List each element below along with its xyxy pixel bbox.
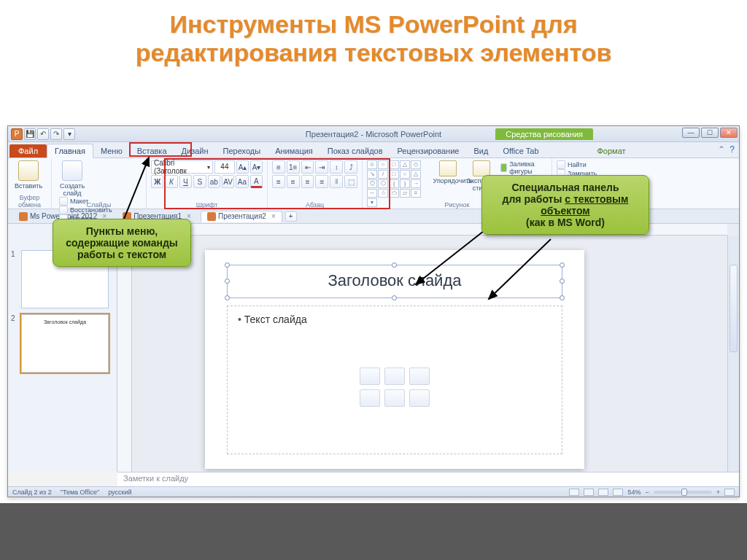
zoom-in-button[interactable]: + [716, 489, 720, 496]
slide-body-placeholder[interactable]: Текст слайда [227, 306, 562, 454]
group-label-font: Шрифт [147, 201, 267, 209]
contextual-tab-label: Средства рисования [495, 128, 593, 140]
insert-smartart-icon[interactable] [409, 368, 430, 385]
quick-access-toolbar: P 💾 ↶ ↷ ▾ [8, 128, 75, 140]
maximize-button[interactable]: ☐ [701, 128, 719, 138]
zoom-slider[interactable] [654, 491, 712, 494]
tab-review[interactable]: Рецензирование [390, 144, 467, 158]
line-spacing-button[interactable]: ↕ [330, 160, 343, 174]
insert-clipart-icon[interactable] [384, 389, 405, 407]
help-icon[interactable]: ? [729, 144, 735, 155]
close-button[interactable]: ✕ [720, 128, 738, 138]
grow-font-icon[interactable]: A▴ [236, 160, 249, 174]
tab-animation[interactable]: Анимация [268, 144, 320, 158]
numbering-button[interactable]: 1≡ [287, 160, 300, 174]
thumb-number: 1 [11, 250, 18, 308]
group-paragraph: ≡ 1≡ ⇤ ⇥ ↕ ⤴ ≡ ≡ ≡ ≡ ⫴ ⬚ Абзац [268, 158, 363, 209]
italic-button[interactable]: К [165, 175, 177, 188]
insert-picture-icon[interactable] [360, 389, 380, 407]
strike-button[interactable]: S [193, 175, 206, 188]
shrink-font-icon[interactable]: A▾ [250, 160, 263, 174]
new-slide-button[interactable]: Создать слайд [56, 160, 88, 197]
bullet-text[interactable]: Текст слайда [238, 314, 551, 325]
sorter-view-button[interactable] [584, 489, 594, 496]
shape-fill-button[interactable]: Заливка фигуры [500, 160, 547, 175]
tab-home[interactable]: Главная [47, 144, 93, 158]
font-size-combo[interactable]: 44 [214, 160, 235, 174]
group-label-paragraph: Абзац [268, 201, 362, 209]
insert-chart-icon[interactable] [384, 368, 405, 385]
app-icon[interactable]: P [11, 128, 23, 140]
tab-design[interactable]: Дизайн [174, 144, 216, 158]
group-label-clipboard: Буфер обмена [8, 194, 51, 209]
svg-line-2 [489, 239, 551, 299]
align-center-button[interactable]: ≡ [287, 175, 300, 188]
callout-right: Специальная панель для работы с текстовы… [481, 175, 649, 235]
text-direction-button[interactable]: ⤴ [344, 160, 357, 174]
save-icon[interactable]: 💾 [24, 128, 36, 140]
align-right-button[interactable]: ≡ [301, 175, 314, 188]
spacing-button[interactable]: AV [222, 175, 234, 188]
minimize-ribbon-icon[interactable]: ⌃ [718, 144, 725, 155]
file-tab[interactable]: Файл [9, 144, 47, 158]
content-placeholder-icons[interactable] [360, 368, 430, 407]
doctab-3[interactable]: Презентация2× [201, 211, 282, 222]
convert-smartart-button[interactable]: ⬚ [344, 175, 357, 188]
find-button[interactable]: Найти [557, 160, 614, 169]
indent-dec-button[interactable]: ⇤ [301, 160, 314, 174]
status-slide: Слайд 2 из 2 [12, 489, 52, 496]
insert-media-icon[interactable] [409, 389, 430, 407]
tab-transitions[interactable]: Переходы [216, 144, 268, 158]
close-icon[interactable]: × [271, 212, 276, 220]
columns-button[interactable]: ⫴ [330, 175, 343, 188]
arrow-left [117, 153, 160, 226]
outer-slide-footer [0, 503, 747, 560]
zoom-value: 54% [627, 489, 640, 496]
status-lang: русский [108, 489, 131, 496]
new-doctab-button[interactable]: + [285, 211, 297, 222]
paste-button[interactable]: Вставить [12, 160, 44, 190]
vertical-scrollbar[interactable] [727, 236, 739, 472]
thumb-number: 2 [11, 314, 18, 373]
underline-button[interactable]: Ч [179, 175, 192, 188]
tab-slideshow[interactable]: Показ слайдов [320, 144, 390, 158]
tab-officetab[interactable]: Office Tab [495, 144, 546, 158]
align-left-button[interactable]: ≡ [272, 175, 285, 188]
status-bar: Слайд 2 из 2 "Тема Office" русский 54% −… [8, 486, 739, 497]
case-button[interactable]: Aa [236, 175, 248, 188]
justify-button[interactable]: ≡ [315, 175, 328, 188]
shadow-button[interactable]: ab [208, 175, 220, 188]
notes-pane[interactable]: Заметки к слайду [117, 472, 739, 486]
fit-button[interactable] [724, 489, 735, 496]
group-font: Calibri (Заголовк▾ 44 A▴ A▾ Ж К Ч S ab A… [147, 158, 268, 209]
window-title: Презентация2 - Microsoft PowerPoint [306, 130, 441, 139]
svg-line-0 [124, 158, 149, 219]
qat-more-icon[interactable]: ▾ [63, 128, 75, 140]
ruler-vertical [117, 236, 132, 472]
thumbnail-2[interactable]: Заголовок слайда [21, 314, 109, 373]
zoom-out-button[interactable]: − [645, 489, 649, 496]
indent-inc-button[interactable]: ⇥ [315, 160, 328, 174]
status-theme: "Тема Office" [61, 489, 99, 496]
undo-icon[interactable]: ↶ [37, 128, 49, 140]
slideshow-view-button[interactable] [613, 489, 623, 496]
callout-left: Пункты меню, содержащие команды работы с… [53, 219, 191, 267]
reading-view-button[interactable] [598, 489, 608, 496]
normal-view-button[interactable] [569, 489, 579, 496]
redo-icon[interactable]: ↷ [50, 128, 62, 140]
minimize-button[interactable]: — [682, 128, 700, 138]
presentation-title: Инструменты MS PowerPoint для редактиров… [0, 0, 747, 73]
group-clipboard: Вставить Буфер обмена [8, 158, 52, 209]
bullets-button[interactable]: ≡ [272, 160, 285, 174]
titlebar: P 💾 ↶ ↷ ▾ Презентация2 - Microsoft Power… [8, 126, 739, 142]
insert-table-icon[interactable] [360, 368, 380, 385]
tab-view[interactable]: Вид [466, 144, 495, 158]
font-color-button[interactable]: A [250, 175, 263, 188]
tab-format[interactable]: Формат [590, 144, 633, 158]
arrow-right-2 [481, 233, 562, 306]
